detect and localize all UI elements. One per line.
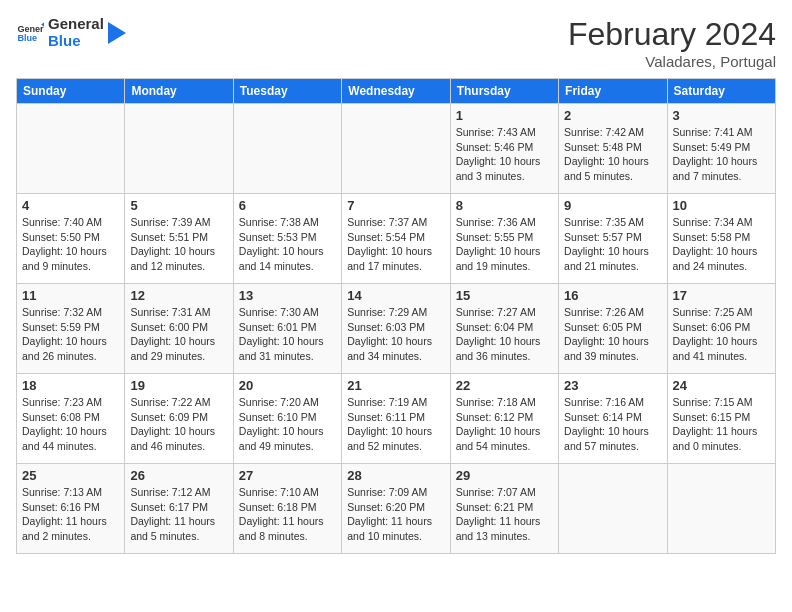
calendar-cell: 5Sunrise: 7:39 AM Sunset: 5:51 PM Daylig… bbox=[125, 194, 233, 284]
day-number: 1 bbox=[456, 108, 553, 123]
calendar-cell bbox=[559, 464, 667, 554]
day-number: 8 bbox=[456, 198, 553, 213]
day-info: Sunrise: 7:34 AM Sunset: 5:58 PM Dayligh… bbox=[673, 215, 770, 274]
logo: General Blue General Blue bbox=[16, 16, 126, 49]
column-header-sunday: Sunday bbox=[17, 79, 125, 104]
calendar-cell: 2Sunrise: 7:42 AM Sunset: 5:48 PM Daylig… bbox=[559, 104, 667, 194]
calendar-cell: 9Sunrise: 7:35 AM Sunset: 5:57 PM Daylig… bbox=[559, 194, 667, 284]
day-number: 28 bbox=[347, 468, 444, 483]
column-header-saturday: Saturday bbox=[667, 79, 775, 104]
day-info: Sunrise: 7:30 AM Sunset: 6:01 PM Dayligh… bbox=[239, 305, 336, 364]
location-text: Valadares, Portugal bbox=[568, 53, 776, 70]
calendar-cell: 28Sunrise: 7:09 AM Sunset: 6:20 PM Dayli… bbox=[342, 464, 450, 554]
day-number: 11 bbox=[22, 288, 119, 303]
calendar-cell: 20Sunrise: 7:20 AM Sunset: 6:10 PM Dayli… bbox=[233, 374, 341, 464]
calendar-cell: 1Sunrise: 7:43 AM Sunset: 5:46 PM Daylig… bbox=[450, 104, 558, 194]
day-info: Sunrise: 7:26 AM Sunset: 6:05 PM Dayligh… bbox=[564, 305, 661, 364]
calendar-cell: 14Sunrise: 7:29 AM Sunset: 6:03 PM Dayli… bbox=[342, 284, 450, 374]
day-info: Sunrise: 7:22 AM Sunset: 6:09 PM Dayligh… bbox=[130, 395, 227, 454]
calendar-cell: 8Sunrise: 7:36 AM Sunset: 5:55 PM Daylig… bbox=[450, 194, 558, 284]
calendar-cell: 7Sunrise: 7:37 AM Sunset: 5:54 PM Daylig… bbox=[342, 194, 450, 284]
day-number: 14 bbox=[347, 288, 444, 303]
day-number: 17 bbox=[673, 288, 770, 303]
day-number: 3 bbox=[673, 108, 770, 123]
day-number: 26 bbox=[130, 468, 227, 483]
calendar-cell: 13Sunrise: 7:30 AM Sunset: 6:01 PM Dayli… bbox=[233, 284, 341, 374]
day-info: Sunrise: 7:41 AM Sunset: 5:49 PM Dayligh… bbox=[673, 125, 770, 184]
column-header-monday: Monday bbox=[125, 79, 233, 104]
day-number: 4 bbox=[22, 198, 119, 213]
day-number: 5 bbox=[130, 198, 227, 213]
calendar-cell bbox=[17, 104, 125, 194]
column-header-thursday: Thursday bbox=[450, 79, 558, 104]
day-number: 25 bbox=[22, 468, 119, 483]
day-info: Sunrise: 7:18 AM Sunset: 6:12 PM Dayligh… bbox=[456, 395, 553, 454]
day-info: Sunrise: 7:09 AM Sunset: 6:20 PM Dayligh… bbox=[347, 485, 444, 544]
day-info: Sunrise: 7:40 AM Sunset: 5:50 PM Dayligh… bbox=[22, 215, 119, 274]
day-info: Sunrise: 7:27 AM Sunset: 6:04 PM Dayligh… bbox=[456, 305, 553, 364]
day-number: 13 bbox=[239, 288, 336, 303]
calendar-cell: 11Sunrise: 7:32 AM Sunset: 5:59 PM Dayli… bbox=[17, 284, 125, 374]
calendar-cell: 4Sunrise: 7:40 AM Sunset: 5:50 PM Daylig… bbox=[17, 194, 125, 284]
day-number: 18 bbox=[22, 378, 119, 393]
calendar-cell: 24Sunrise: 7:15 AM Sunset: 6:15 PM Dayli… bbox=[667, 374, 775, 464]
day-number: 6 bbox=[239, 198, 336, 213]
calendar-cell: 12Sunrise: 7:31 AM Sunset: 6:00 PM Dayli… bbox=[125, 284, 233, 374]
day-number: 2 bbox=[564, 108, 661, 123]
calendar-cell: 27Sunrise: 7:10 AM Sunset: 6:18 PM Dayli… bbox=[233, 464, 341, 554]
calendar-cell: 16Sunrise: 7:26 AM Sunset: 6:05 PM Dayli… bbox=[559, 284, 667, 374]
day-info: Sunrise: 7:29 AM Sunset: 6:03 PM Dayligh… bbox=[347, 305, 444, 364]
calendar-cell: 19Sunrise: 7:22 AM Sunset: 6:09 PM Dayli… bbox=[125, 374, 233, 464]
title-block: February 2024 Valadares, Portugal bbox=[568, 16, 776, 70]
logo-general: General bbox=[48, 16, 104, 33]
column-header-wednesday: Wednesday bbox=[342, 79, 450, 104]
day-number: 22 bbox=[456, 378, 553, 393]
week-row-4: 18Sunrise: 7:23 AM Sunset: 6:08 PM Dayli… bbox=[17, 374, 776, 464]
week-row-3: 11Sunrise: 7:32 AM Sunset: 5:59 PM Dayli… bbox=[17, 284, 776, 374]
day-info: Sunrise: 7:16 AM Sunset: 6:14 PM Dayligh… bbox=[564, 395, 661, 454]
day-info: Sunrise: 7:31 AM Sunset: 6:00 PM Dayligh… bbox=[130, 305, 227, 364]
day-number: 23 bbox=[564, 378, 661, 393]
calendar-cell bbox=[667, 464, 775, 554]
calendar-cell: 15Sunrise: 7:27 AM Sunset: 6:04 PM Dayli… bbox=[450, 284, 558, 374]
week-row-5: 25Sunrise: 7:13 AM Sunset: 6:16 PM Dayli… bbox=[17, 464, 776, 554]
day-info: Sunrise: 7:35 AM Sunset: 5:57 PM Dayligh… bbox=[564, 215, 661, 274]
day-info: Sunrise: 7:25 AM Sunset: 6:06 PM Dayligh… bbox=[673, 305, 770, 364]
day-info: Sunrise: 7:07 AM Sunset: 6:21 PM Dayligh… bbox=[456, 485, 553, 544]
month-title: February 2024 bbox=[568, 16, 776, 53]
calendar-cell: 21Sunrise: 7:19 AM Sunset: 6:11 PM Dayli… bbox=[342, 374, 450, 464]
day-number: 21 bbox=[347, 378, 444, 393]
day-info: Sunrise: 7:19 AM Sunset: 6:11 PM Dayligh… bbox=[347, 395, 444, 454]
day-info: Sunrise: 7:13 AM Sunset: 6:16 PM Dayligh… bbox=[22, 485, 119, 544]
calendar-cell: 23Sunrise: 7:16 AM Sunset: 6:14 PM Dayli… bbox=[559, 374, 667, 464]
day-info: Sunrise: 7:20 AM Sunset: 6:10 PM Dayligh… bbox=[239, 395, 336, 454]
day-info: Sunrise: 7:42 AM Sunset: 5:48 PM Dayligh… bbox=[564, 125, 661, 184]
day-number: 24 bbox=[673, 378, 770, 393]
svg-text:General: General bbox=[17, 23, 44, 33]
logo-arrow-icon bbox=[108, 22, 126, 44]
week-row-1: 1Sunrise: 7:43 AM Sunset: 5:46 PM Daylig… bbox=[17, 104, 776, 194]
calendar-cell: 29Sunrise: 7:07 AM Sunset: 6:21 PM Dayli… bbox=[450, 464, 558, 554]
day-number: 15 bbox=[456, 288, 553, 303]
calendar-cell: 26Sunrise: 7:12 AM Sunset: 6:17 PM Dayli… bbox=[125, 464, 233, 554]
day-info: Sunrise: 7:15 AM Sunset: 6:15 PM Dayligh… bbox=[673, 395, 770, 454]
day-info: Sunrise: 7:36 AM Sunset: 5:55 PM Dayligh… bbox=[456, 215, 553, 274]
calendar-cell bbox=[125, 104, 233, 194]
day-number: 20 bbox=[239, 378, 336, 393]
day-number: 19 bbox=[130, 378, 227, 393]
calendar-cell: 17Sunrise: 7:25 AM Sunset: 6:06 PM Dayli… bbox=[667, 284, 775, 374]
day-info: Sunrise: 7:23 AM Sunset: 6:08 PM Dayligh… bbox=[22, 395, 119, 454]
day-info: Sunrise: 7:38 AM Sunset: 5:53 PM Dayligh… bbox=[239, 215, 336, 274]
week-row-2: 4Sunrise: 7:40 AM Sunset: 5:50 PM Daylig… bbox=[17, 194, 776, 284]
calendar-cell: 3Sunrise: 7:41 AM Sunset: 5:49 PM Daylig… bbox=[667, 104, 775, 194]
day-number: 7 bbox=[347, 198, 444, 213]
day-number: 9 bbox=[564, 198, 661, 213]
day-info: Sunrise: 7:37 AM Sunset: 5:54 PM Dayligh… bbox=[347, 215, 444, 274]
day-number: 12 bbox=[130, 288, 227, 303]
calendar-cell bbox=[233, 104, 341, 194]
calendar-cell bbox=[342, 104, 450, 194]
calendar-body: 1Sunrise: 7:43 AM Sunset: 5:46 PM Daylig… bbox=[17, 104, 776, 554]
calendar-cell: 6Sunrise: 7:38 AM Sunset: 5:53 PM Daylig… bbox=[233, 194, 341, 284]
day-number: 10 bbox=[673, 198, 770, 213]
svg-marker-3 bbox=[108, 22, 126, 44]
